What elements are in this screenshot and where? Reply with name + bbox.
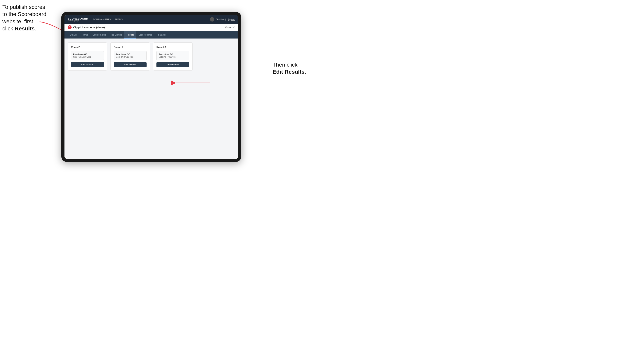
instruction-right-end: .	[304, 69, 306, 75]
tablet-screen: SCOREBOARD Powered by clippd TOURNAMENTS…	[64, 15, 238, 159]
instruction-period: .	[34, 25, 36, 32]
logo-subtitle: Powered by clippd	[68, 20, 88, 21]
round-2-label: Round 2	[114, 46, 146, 49]
tab-printables[interactable]: Printables	[154, 31, 169, 38]
instruction-results-bold: Results	[15, 25, 34, 32]
instruction-left: To publish scores to the Scoreboard webs…	[2, 3, 54, 32]
cancel-button[interactable]: Cancel ✕	[225, 26, 235, 29]
round-1-course-name: Peachtree GC	[73, 53, 102, 55]
edit-results-button-1[interactable]: Edit Results	[71, 62, 104, 67]
tab-leaderboards-label: Leaderboards	[139, 33, 152, 36]
c-logo-icon: C	[68, 25, 72, 29]
tournament-name: Clippd Invitational (demo)	[73, 26, 105, 29]
tab-details[interactable]: Details	[68, 31, 79, 38]
tab-details-label: Details	[70, 33, 77, 36]
round-3-course-name: Peachtree GC	[159, 53, 187, 55]
instruction-line3: website, first	[2, 18, 33, 24]
tab-course-setup-label: Course Setup	[92, 33, 106, 36]
rounds-grid: Round 1 Peachtree GC Gold (M) (7010 yds)…	[68, 42, 235, 70]
tab-bar: Details Teams Course Setup Tee Groups Re…	[64, 31, 238, 38]
tab-tee-groups[interactable]: Tee Groups	[108, 31, 124, 38]
user-avatar: T	[210, 17, 214, 21]
nav-right: T Test User | Sign out	[210, 17, 235, 21]
tab-teams-label: Teams	[82, 33, 88, 36]
nav-teams[interactable]: TEAMS	[115, 17, 123, 21]
round-1-card: Round 1 Peachtree GC Gold (M) (7010 yds)…	[68, 42, 107, 70]
round-1-course-details: Gold (M) (7010 yds)	[73, 56, 102, 58]
round-3-card: Round 3 Peachtree GC Gold (M) (7010 yds)…	[153, 42, 193, 70]
round-2-course-name: Peachtree GC	[116, 53, 144, 55]
tab-results-label: Results	[126, 33, 134, 36]
instruction-line4-plain: click	[2, 25, 15, 32]
instruction-right: Then click Edit Results.	[272, 61, 318, 76]
round-1-course-card: Peachtree GC Gold (M) (7010 yds)	[71, 51, 104, 60]
round-2-course-card: Peachtree GC Gold (M) (7010 yds)	[114, 51, 146, 60]
sign-out-link[interactable]: Sign out	[228, 18, 235, 20]
instruction-line2: to the Scoreboard	[2, 11, 46, 17]
tab-course-setup[interactable]: Course Setup	[90, 31, 108, 38]
instruction-right-line1: Then click	[272, 62, 298, 68]
round-1-label: Round 1	[71, 46, 104, 49]
tournament-title: C Clippd Invitational (demo)	[68, 25, 105, 29]
tournament-bar: C Clippd Invitational (demo) Cancel ✕	[64, 24, 238, 31]
cancel-label: Cancel	[225, 26, 232, 28]
tab-results[interactable]: Results	[124, 31, 136, 38]
instruction-line1: To publish scores	[2, 4, 45, 10]
round-3-label: Round 3	[156, 46, 189, 49]
tab-teams[interactable]: Teams	[79, 31, 90, 38]
logo-title: SCOREBOARD	[68, 17, 88, 20]
round-2-course-details: Gold (M) (7010 yds)	[116, 56, 144, 58]
top-navigation: SCOREBOARD Powered by clippd TOURNAMENTS…	[64, 15, 238, 24]
tab-printables-label: Printables	[157, 33, 166, 36]
tab-leaderboards[interactable]: Leaderboards	[136, 31, 154, 38]
cancel-x-icon: ✕	[233, 26, 235, 29]
main-content: Round 1 Peachtree GC Gold (M) (7010 yds)…	[64, 38, 238, 159]
edit-results-button-2[interactable]: Edit Results	[114, 62, 146, 67]
tablet-device: SCOREBOARD Powered by clippd TOURNAMENTS…	[61, 12, 241, 162]
scoreboard-logo: SCOREBOARD Powered by clippd	[68, 17, 88, 21]
instruction-right-bold: Edit Results	[272, 69, 304, 75]
tab-tee-groups-label: Tee Groups	[110, 33, 122, 36]
edit-results-button-3[interactable]: Edit Results	[156, 62, 189, 67]
round-3-course-card: Peachtree GC Gold (M) (7010 yds)	[156, 51, 189, 60]
round-2-card: Round 2 Peachtree GC Gold (M) (7010 yds)…	[110, 42, 150, 70]
user-label: Test User |	[216, 18, 226, 20]
nav-tournaments[interactable]: TOURNAMENTS	[93, 17, 111, 21]
nav-links: TOURNAMENTS TEAMS	[93, 17, 210, 21]
round-3-course-details: Gold (M) (7010 yds)	[159, 56, 187, 58]
